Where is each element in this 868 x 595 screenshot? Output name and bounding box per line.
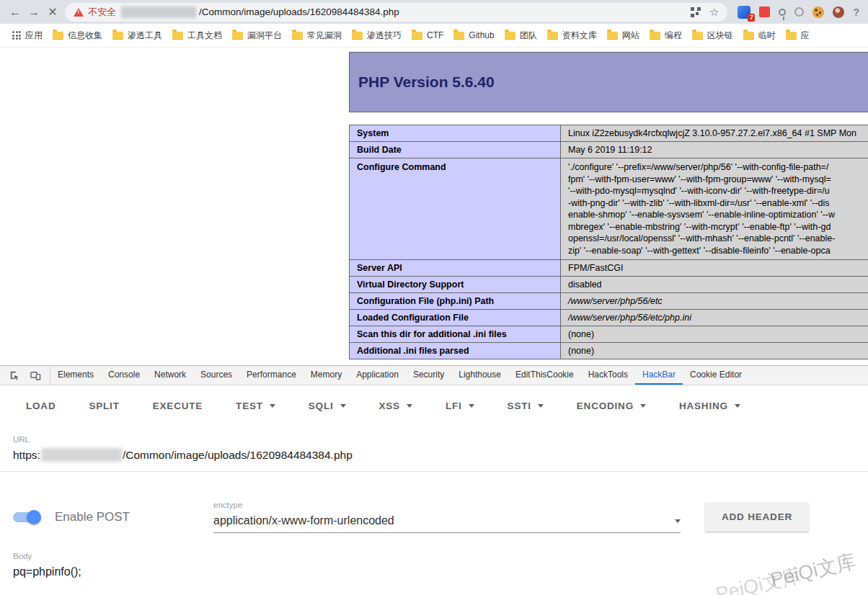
bookmark-folder[interactable]: 编程: [645, 27, 687, 45]
hackbar-menu-ssti[interactable]: SSTI: [508, 401, 544, 411]
bookmark-folders: 信息收集渗透工具工具文档漏洞平台常见漏洞渗透技巧CTFGithub团队资料文库网…: [48, 27, 815, 45]
bookmark-label: 团队: [520, 30, 537, 42]
phpinfo-row-value: (none): [561, 326, 868, 343]
phpinfo-row-value: (none): [561, 343, 868, 359]
device-toolbar-icon[interactable]: [26, 367, 45, 383]
bookmark-folder[interactable]: 常见漏洞: [287, 27, 347, 45]
caret-down-icon: [675, 519, 681, 523]
address-bar[interactable]: 不安全 /Common/image/uploads/1620984484384.…: [65, 3, 727, 22]
phpinfo-row: Additional .ini files parsed(none): [350, 343, 868, 359]
folder-icon: [112, 32, 123, 40]
bookmark-folder[interactable]: 信息收集: [48, 27, 107, 45]
bookmark-label: 渗透技巧: [367, 30, 402, 42]
bookmark-folder[interactable]: 资料文库: [542, 27, 602, 45]
folder-icon: [505, 32, 515, 40]
extension-ring-icon[interactable]: [794, 7, 804, 17]
bookmark-folder[interactable]: 临时: [738, 27, 781, 45]
devtools-panel: ElementsConsoleNetworkSourcesPerformance…: [0, 365, 868, 595]
hackbar-menu-test[interactable]: TEST: [236, 401, 275, 411]
back-button[interactable]: ←: [6, 3, 25, 22]
bookmark-folder[interactable]: 网站: [602, 27, 645, 45]
bookmark-folder[interactable]: 渗透工具: [107, 27, 167, 45]
caret-down-icon: [640, 404, 646, 408]
enable-post-toggle[interactable]: [13, 512, 39, 522]
hackbar-menu-xss[interactable]: XSS: [379, 401, 412, 411]
security-warning-label: 不安全: [88, 6, 116, 19]
extension-brown-icon[interactable]: [833, 6, 844, 18]
devtools-tab-performance[interactable]: Performance: [239, 366, 304, 385]
url-field[interactable]: https: /Common/image/uploads/16209844843…: [13, 448, 868, 462]
bookmark-folder[interactable]: 工具文档: [167, 27, 227, 45]
phpinfo-row-label: Virtual Directory Support: [350, 277, 561, 293]
caret-down-icon: [735, 404, 740, 408]
hackbar-menu-hashing[interactable]: HASHING: [679, 401, 740, 411]
qr-code-icon[interactable]: [691, 7, 701, 17]
devtools-tab-cookie-editor[interactable]: Cookie Editor: [683, 366, 749, 385]
phpinfo-header: PHP Version 5.6.40: [349, 52, 868, 112]
devtools-tab-lighthouse[interactable]: Lighthouse: [451, 366, 508, 385]
apps-grid-icon: [12, 31, 21, 40]
bookmark-label: 应用: [25, 30, 43, 42]
devtools-tab-hacktools[interactable]: HackTools: [581, 366, 635, 385]
body-field[interactable]: pq=phpinfo();: [13, 565, 868, 578]
phpinfo-row: Scan this dir for additional .ini files(…: [350, 326, 868, 343]
phpinfo-row-label: Server API: [350, 260, 561, 277]
extension-red-icon[interactable]: [759, 6, 770, 17]
devtools-tab-hackbar[interactable]: HackBar: [635, 366, 683, 385]
extension-cookie-icon[interactable]: [812, 6, 824, 18]
page-content: PHP Version 5.6.40 SystemLinux iZ2zebusy…: [0, 48, 868, 365]
bookmark-label: 常见漏洞: [307, 30, 342, 42]
devtools-tab-network[interactable]: Network: [147, 366, 193, 385]
security-warning-icon: [74, 8, 84, 17]
devtools-tab-application[interactable]: Application: [349, 366, 406, 385]
forward-button[interactable]: →: [25, 3, 43, 22]
folder-icon: [292, 32, 303, 40]
bookmark-folder[interactable]: CTF: [407, 27, 448, 43]
address-url-path: /Common/image/uploads/1620984484384.php: [199, 6, 691, 17]
phpinfo-row-label: System: [350, 125, 561, 142]
phpinfo-row-label: Build Date: [350, 142, 561, 158]
hackbar-menu-split[interactable]: SPLIT: [89, 401, 119, 411]
url-scheme: https:: [13, 449, 40, 462]
phpinfo-title: PHP Version 5.6.40: [358, 73, 495, 91]
phpinfo-row-label: Loaded Configuration File: [350, 310, 561, 326]
devtools-tab-elements[interactable]: Elements: [50, 366, 101, 385]
extension-pin-icon[interactable]: [779, 9, 786, 16]
url-path: /Common/image/uploads/1620984484384.php: [123, 449, 353, 462]
hackbar-post-row: Enable POST enctype application/x-www-fo…: [0, 472, 868, 533]
extensions-area: 7 ?: [738, 6, 859, 19]
bookmark-folder[interactable]: 区块链: [687, 27, 738, 45]
bookmark-folder[interactable]: 渗透技巧: [347, 27, 407, 45]
folder-icon: [453, 32, 464, 40]
bookmark-folder[interactable]: Github: [448, 27, 499, 43]
inspect-element-icon[interactable]: [5, 367, 24, 383]
devtools-tab-editthiscookie[interactable]: EditThisCookie: [508, 366, 581, 385]
devtools-tab-console[interactable]: Console: [101, 366, 147, 385]
hackbar-menu-sqli[interactable]: SQLI: [309, 401, 346, 411]
hackbar-menu-execute[interactable]: EXECUTE: [153, 401, 203, 411]
phpinfo-row-label: Additional .ini files parsed: [350, 343, 561, 359]
bookmark-folder[interactable]: 漏洞平台: [227, 27, 287, 45]
devtools-tab-memory[interactable]: Memory: [304, 366, 349, 385]
hackbar-menu-load[interactable]: LOAD: [26, 401, 56, 411]
bookmark-folder[interactable]: 应: [781, 27, 815, 45]
enctype-select[interactable]: application/x-www-form-urlencoded: [213, 514, 681, 533]
extension-help-icon[interactable]: ?: [853, 6, 859, 18]
add-header-button[interactable]: ADD HEADER: [705, 502, 809, 532]
hackbar-menu-lfi[interactable]: LFI: [446, 401, 474, 411]
devtools-tab-security[interactable]: Security: [406, 366, 451, 385]
bookmarks-bar: 应用 信息收集渗透工具工具文档漏洞平台常见漏洞渗透技巧CTFGithub团队资料…: [0, 24, 868, 48]
phpinfo-row-value: disabled: [561, 277, 868, 293]
bookmark-folder[interactable]: 团队: [500, 27, 542, 45]
bookmark-label: 区块链: [707, 30, 733, 42]
bookmark-apps[interactable]: 应用: [7, 27, 48, 45]
phpinfo-row-label: Configuration File (php.ini) Path: [350, 293, 561, 310]
bookmark-star-icon[interactable]: ☆: [709, 6, 719, 17]
devtools-tab-sources[interactable]: Sources: [193, 366, 239, 385]
hackbar-menu-encoding[interactable]: ENCODING: [577, 401, 646, 411]
stop-button[interactable]: ✕: [43, 3, 62, 22]
extension-blue-icon[interactable]: 7: [738, 6, 750, 19]
hackbar-url-section: URL https: /Common/image/uploads/1620984…: [0, 426, 868, 472]
body-field-label: Body: [13, 552, 868, 560]
bookmark-label: 工具文档: [187, 30, 222, 42]
